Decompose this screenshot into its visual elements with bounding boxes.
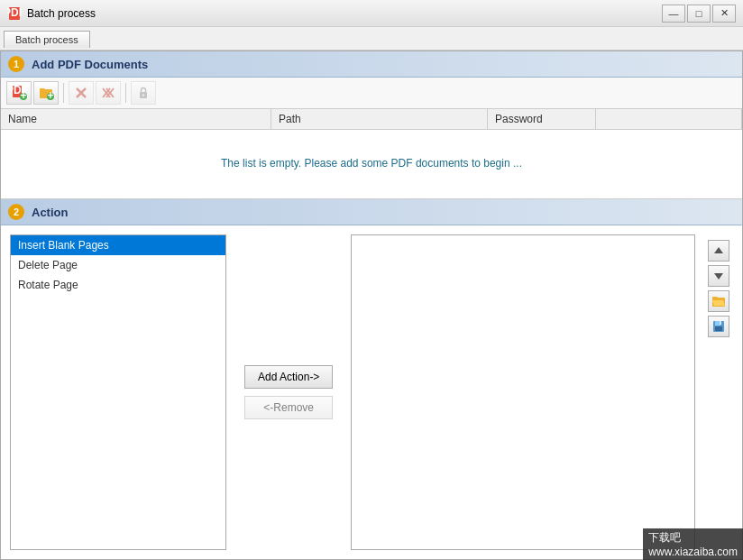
remove-all-button[interactable] [96, 81, 121, 105]
side-buttons [704, 234, 733, 550]
remove-button[interactable] [69, 81, 94, 105]
window-content: 1 Add PDF Documents PDF + + [0, 50, 743, 560]
section2-title: Action [32, 206, 68, 219]
toolbar-separator-1 [63, 83, 64, 103]
watermark-line2: www.xiazaiba.com [648, 546, 738, 558]
svg-rect-21 [720, 321, 721, 325]
col-rest [596, 109, 742, 129]
action-list: Insert Blank Pages Delete Page Rotate Pa… [10, 234, 226, 550]
col-name: Name [1, 109, 271, 129]
close-button[interactable]: ✕ [712, 5, 736, 23]
tab-batch-process[interactable]: Batch process [4, 31, 90, 48]
up-arrow-icon [713, 245, 724, 256]
tab-bar: Batch process [0, 27, 743, 50]
watermark: 下载吧 www.xiazaiba.com [643, 528, 743, 560]
col-password: Password [488, 109, 596, 129]
app-icon: PDF [7, 6, 22, 21]
save-icon [712, 320, 725, 333]
svg-marker-16 [714, 247, 723, 253]
watermark-line1: 下载吧 [648, 530, 738, 546]
col-path: Path [271, 109, 488, 129]
add-folder-icon: + [38, 85, 54, 101]
table-empty-message: The list is empty. Please add some PDF d… [1, 130, 742, 197]
open-button[interactable] [708, 290, 729, 312]
remove-icon [74, 86, 88, 100]
action-item-insert-blank[interactable]: Insert Blank Pages [11, 235, 225, 255]
svg-point-15 [142, 94, 144, 96]
add-pdf-button[interactable]: PDF + [6, 81, 32, 105]
minimize-button[interactable]: — [662, 5, 685, 23]
remove-all-icon [101, 86, 115, 100]
title-bar: PDF Batch process — □ ✕ [0, 0, 743, 27]
add-action-button[interactable]: Add Action-> [244, 365, 333, 389]
section2-header: 2 Action [1, 199, 742, 225]
svg-text:+: + [47, 89, 53, 101]
remove-action-button[interactable]: <-Remove [244, 396, 333, 419]
down-arrow-icon [713, 271, 724, 281]
password-button[interactable] [131, 81, 156, 105]
window-title: Batch process [27, 7, 96, 20]
svg-text:PDF: PDF [7, 6, 22, 19]
folder-open-icon [711, 295, 726, 308]
table-header: Name Path Password [1, 109, 742, 130]
maximize-button[interactable]: □ [687, 5, 711, 23]
action-content: Insert Blank Pages Delete Page Rotate Pa… [1, 225, 742, 559]
action-item-delete-page[interactable]: Delete Page [11, 255, 225, 275]
svg-rect-20 [715, 326, 722, 331]
move-down-button[interactable] [708, 265, 729, 287]
action-buttons-panel: Add Action-> <-Remove [235, 234, 342, 550]
section1-header: 1 Add PDF Documents [1, 51, 742, 78]
toolbar-separator-2 [125, 83, 126, 103]
password-icon [136, 86, 151, 100]
section1-number: 1 [8, 56, 24, 72]
add-folder-button[interactable]: + [33, 81, 59, 105]
action-right-panel [351, 234, 695, 550]
svg-marker-17 [714, 273, 723, 280]
move-up-button[interactable] [708, 240, 729, 262]
save-button[interactable] [708, 316, 729, 337]
action-item-rotate-page[interactable]: Rotate Page [11, 275, 225, 295]
section1-title: Add PDF Documents [32, 58, 148, 71]
document-table: Name Path Password The list is empty. Pl… [1, 109, 742, 199]
add-pdf-icon: PDF + [11, 85, 27, 101]
toolbar: PDF + + [1, 78, 742, 109]
svg-text:+: + [20, 89, 26, 101]
section2-number: 2 [8, 204, 24, 220]
